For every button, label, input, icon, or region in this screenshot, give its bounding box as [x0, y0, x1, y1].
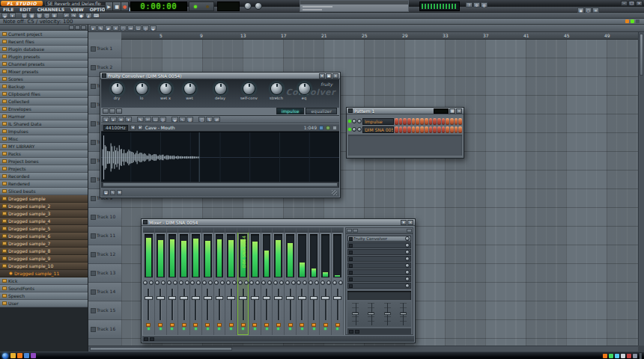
strip-select-tab[interactable]: [261, 227, 273, 233]
mixer-strip[interactable]: [167, 227, 179, 335]
browser-item[interactable]: Dragged sample_4: [0, 218, 88, 225]
fader-handle[interactable]: [333, 296, 341, 300]
step-cell[interactable]: [455, 126, 458, 133]
fader-handle[interactable]: [227, 296, 235, 300]
pan-knob[interactable]: [238, 280, 243, 285]
browser-item[interactable]: Dragged sample: [0, 195, 88, 203]
volume-fader[interactable]: [249, 287, 261, 322]
fx-slot[interactable]: [347, 283, 411, 289]
record-arm-led[interactable]: [170, 323, 174, 327]
fx-mix-knob[interactable]: [405, 257, 410, 261]
channel-name-button[interactable]: DIM SNA 0054: [362, 126, 394, 133]
eq-band-slider[interactable]: [368, 303, 374, 325]
fader-handle[interactable]: [263, 296, 271, 300]
mixer-strip[interactable]: [214, 227, 226, 335]
snap-magnet-icon[interactable]: ◒: [150, 25, 157, 31]
dry-knob[interactable]: [112, 83, 123, 94]
volume-fader[interactable]: [261, 287, 273, 322]
record-arm-led[interactable]: [217, 323, 222, 327]
open-playlist-icon[interactable]: ▤: [21, 13, 28, 18]
enable-led[interactable]: [301, 328, 303, 330]
show-desktop-button[interactable]: [640, 353, 642, 359]
tab-equalizer[interactable]: equalizer: [306, 108, 337, 114]
record-arm-led[interactable]: [252, 323, 257, 327]
step-cell[interactable]: [450, 126, 454, 133]
play-button[interactable]: ▶: [106, 2, 113, 10]
stop-button[interactable]: ■: [113, 2, 121, 10]
footer-snap-icon[interactable]: ◒: [103, 190, 109, 195]
playlist-track-header[interactable]: Track 16: [88, 320, 121, 339]
media-player-icon[interactable]: [31, 353, 36, 358]
spectrum-icon[interactable]: ▥: [186, 117, 193, 122]
stereo-knob[interactable]: [279, 280, 284, 285]
volume-fader[interactable]: [155, 287, 166, 322]
record-arm-led[interactable]: [229, 323, 234, 327]
undo-icon[interactable]: ↶: [63, 13, 70, 18]
fx-mix-knob[interactable]: [405, 277, 410, 281]
fader-handle[interactable]: [192, 296, 200, 300]
channel-volume-knob[interactable]: [357, 127, 362, 132]
record-arm-led[interactable]: [264, 323, 269, 327]
fx-mix-knob[interactable]: [405, 283, 410, 288]
record-arm-led[interactable]: [276, 323, 281, 327]
enable-led[interactable]: [171, 328, 173, 330]
open-mixer-icon[interactable]: ◫: [43, 13, 50, 18]
rack-close-button[interactable]: ×: [456, 108, 462, 114]
fader-handle[interactable]: [168, 296, 177, 300]
enable-led[interactable]: [266, 328, 268, 330]
step-cell[interactable]: [420, 118, 424, 125]
pan-knob[interactable]: [273, 280, 278, 285]
browser-icon[interactable]: [24, 353, 29, 358]
strip-select-tab[interactable]: [155, 227, 166, 233]
menu-file[interactable]: FILE: [0, 7, 16, 13]
normalize-icon[interactable]: ⇅: [206, 117, 213, 122]
zoom-icon[interactable]: ◎: [160, 117, 166, 122]
tray-alert-icon[interactable]: [627, 354, 631, 358]
browser-item[interactable]: Speech: [0, 292, 88, 300]
minimize-button[interactable]: –: [621, 1, 628, 6]
step-cell[interactable]: [399, 118, 403, 125]
step-cell[interactable]: [429, 126, 433, 133]
help-icon[interactable]: ?: [466, 2, 473, 7]
step-cell[interactable]: [446, 118, 449, 125]
browser-item[interactable]: Projects: [0, 165, 88, 173]
enable-led[interactable]: [336, 328, 338, 330]
playlist-track-header[interactable]: Track 1: [88, 40, 121, 58]
mixer-strip[interactable]: [285, 227, 297, 335]
stereo-knob[interactable]: [185, 280, 189, 285]
browser-item[interactable]: Project bones: [0, 158, 88, 165]
browser-tab-icon[interactable]: [69, 25, 74, 30]
enable-led[interactable]: [218, 328, 220, 330]
fader-handle[interactable]: [274, 296, 282, 300]
mixer-strip[interactable]: [202, 227, 214, 335]
stereo-knob[interactable]: [208, 280, 213, 285]
step-cell[interactable]: [437, 118, 441, 125]
open-pianoroll-icon[interactable]: ▦: [28, 13, 35, 18]
playlist-ruler[interactable]: 5913172125293337414549: [121, 32, 638, 40]
open-channelrack-icon[interactable]: ▥: [36, 13, 43, 18]
next-preset-icon[interactable]: ▸: [138, 125, 143, 130]
stereo-knob[interactable]: [161, 280, 165, 285]
browser-item[interactable]: MY LIBRARY: [0, 143, 88, 150]
strip-select-tab[interactable]: [285, 227, 296, 233]
pan-knob[interactable]: [202, 280, 207, 285]
mute-tool-icon[interactable]: ◌: [120, 25, 127, 31]
enable-led[interactable]: [254, 328, 256, 330]
detach-icon[interactable]: ▣: [577, 7, 584, 13]
fx-slot[interactable]: [347, 263, 411, 269]
zoom-tool-icon[interactable]: ◎: [142, 25, 149, 31]
snap-magnet-icon[interactable]: ◒: [1, 13, 8, 18]
impulse-waveform-display[interactable]: [101, 132, 339, 182]
browser-item[interactable]: SoundFonts: [0, 285, 88, 292]
strip-select-tab[interactable]: [202, 227, 213, 233]
mixer-strip[interactable]: [320, 227, 332, 335]
fx-enable-checkbox[interactable]: [349, 277, 353, 281]
browser-item[interactable]: Backup: [0, 83, 88, 90]
step-cell[interactable]: [395, 126, 398, 133]
mixer-close-button[interactable]: ×: [407, 220, 413, 225]
step-cell[interactable]: [458, 118, 462, 125]
step-cell[interactable]: [433, 118, 437, 125]
step-cell[interactable]: [412, 126, 416, 133]
select-tool-icon[interactable]: ▭: [135, 25, 142, 31]
fx-mix-knob[interactable]: [405, 250, 410, 254]
